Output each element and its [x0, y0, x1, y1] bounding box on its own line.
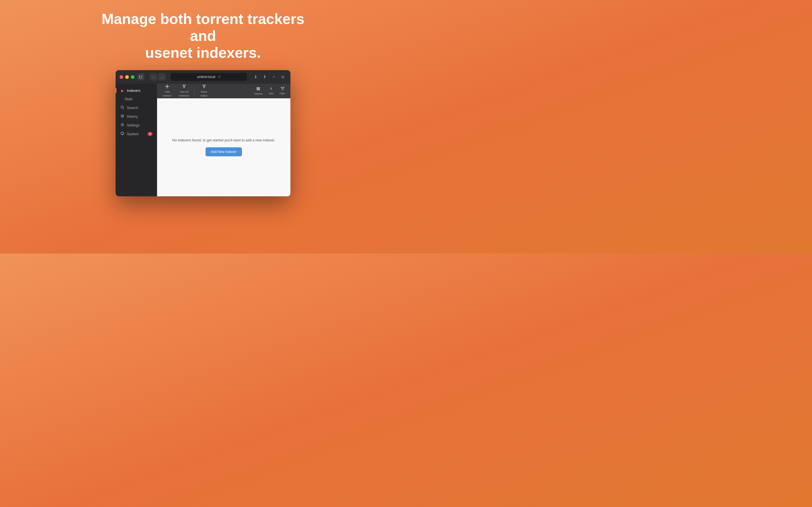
test-all-indexers-button[interactable]: Test All Indexers	[175, 83, 193, 99]
options-label: Options	[254, 93, 262, 95]
mass-editor-line2: Editor	[200, 94, 207, 97]
system-badge: 2	[147, 132, 153, 136]
sidebar-label-history: History	[127, 115, 138, 119]
add-indexer-button[interactable]: Add Indexer	[159, 83, 175, 99]
add-indexer-line2: Indexer	[163, 94, 172, 97]
sort-icon	[269, 87, 273, 91]
reload-icon[interactable]: ↺	[218, 75, 220, 79]
forward-button[interactable]: ›	[158, 73, 165, 80]
svg-rect-8	[121, 132, 124, 134]
filter-button[interactable]: Filter	[277, 85, 288, 97]
test-all-line1: Test All	[180, 90, 188, 93]
toolbar: Add Indexer Test All Indexers	[157, 83, 290, 98]
new-tab-icon[interactable]: ＋	[270, 73, 277, 80]
svg-rect-14	[257, 89, 260, 89]
traffic-lights	[119, 75, 135, 79]
settings-icon	[120, 123, 124, 127]
svg-rect-2	[141, 76, 143, 77]
svg-rect-0	[139, 75, 140, 78]
sidebar-item-search[interactable]: Search	[116, 103, 157, 112]
sidebar-label-stats: Stats	[124, 97, 133, 101]
sidebar-item-indexers[interactable]: ▶ Indexers	[116, 87, 157, 95]
browser-window: ‹ › umbrel.local ↺ ⬇ ⬆ ＋ ⧉ ▶ Indexers St…	[116, 70, 290, 196]
download-icon[interactable]: ⬇	[252, 73, 259, 80]
back-button[interactable]: ‹	[150, 73, 157, 80]
mass-editor-line1: Mass	[201, 90, 207, 93]
sidebar-item-system[interactable]: System 2	[116, 129, 157, 138]
sidebar-item-stats[interactable]: Stats	[116, 95, 157, 103]
svg-point-4	[121, 106, 123, 108]
empty-message: No indexers found, to get started you'll…	[172, 138, 275, 142]
svg-rect-3	[141, 78, 143, 78]
toolbar-right: Options Sort	[251, 85, 288, 97]
tabs-icon[interactable]: ⧉	[279, 73, 287, 80]
sort-button[interactable]: Sort	[266, 85, 276, 97]
svg-rect-1	[141, 75, 143, 76]
filter-label: Filter	[280, 92, 285, 95]
minimize-button[interactable]	[125, 75, 129, 79]
address-text: umbrel.local	[197, 75, 215, 79]
svg-rect-13	[257, 87, 260, 88]
svg-point-7	[122, 124, 123, 125]
browser-chrome: ‹ › umbrel.local ↺ ⬇ ⬆ ＋ ⧉	[116, 70, 290, 83]
options-icon	[256, 87, 260, 92]
options-button[interactable]: Options	[251, 85, 265, 97]
app-content: ▶ Indexers Stats Search	[116, 83, 290, 196]
active-indicator	[116, 88, 116, 93]
sidebar-label-system: System	[127, 132, 139, 136]
system-icon	[120, 132, 124, 136]
mass-editor-icon	[202, 84, 206, 89]
sidebar-label-search: Search	[127, 106, 138, 110]
add-indexer-line1: Add	[165, 90, 169, 93]
browser-nav: ‹ ›	[150, 73, 165, 80]
main-content: Add Indexer Test All Indexers	[157, 83, 290, 196]
share-icon[interactable]: ⬆	[261, 73, 268, 80]
sidebar-label-settings: Settings	[127, 123, 140, 127]
mass-editor-button[interactable]: Mass Editor	[196, 83, 212, 99]
add-icon	[165, 84, 169, 89]
indexers-icon: ▶	[120, 89, 124, 93]
hero-title: Manage both torrent trackers and usenet …	[93, 11, 313, 61]
sidebar-toggle-icon[interactable]	[137, 73, 145, 80]
svg-line-5	[123, 108, 124, 109]
test-all-icon	[182, 84, 186, 89]
add-new-indexer-button[interactable]: Add New Indexer	[206, 147, 242, 156]
filter-icon	[281, 87, 285, 91]
history-icon	[120, 114, 124, 119]
svg-rect-15	[257, 89, 260, 90]
search-icon	[120, 106, 124, 110]
browser-actions: ⬇ ⬆ ＋ ⧉	[252, 73, 287, 80]
sidebar-item-history[interactable]: History	[116, 112, 157, 121]
sidebar-label-indexers: Indexers	[127, 89, 140, 93]
toolbar-divider	[194, 87, 195, 96]
close-button[interactable]	[119, 75, 123, 79]
sidebar: ▶ Indexers Stats Search	[116, 83, 157, 196]
sort-label: Sort	[269, 92, 273, 95]
test-all-line2: Indexers	[179, 94, 189, 97]
maximize-button[interactable]	[131, 75, 135, 79]
address-bar[interactable]: umbrel.local ↺	[170, 73, 247, 81]
sidebar-item-settings[interactable]: Settings	[116, 121, 157, 129]
empty-state: No indexers found, to get started you'll…	[157, 98, 290, 196]
